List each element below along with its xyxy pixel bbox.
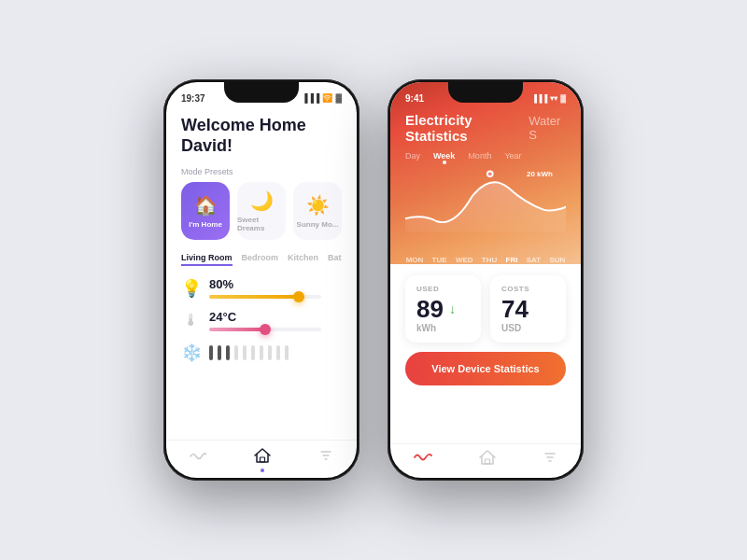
rooms-nav: Living Room Bedroom Kitchen Bathroom bbox=[181, 253, 342, 266]
chart-peak-label: 20 kWh bbox=[527, 170, 553, 178]
light-slider-thumb[interactable] bbox=[293, 291, 304, 302]
phone2-status-icons: ▐▐▐ ▾▾ ▓ bbox=[531, 94, 566, 103]
ac-dot-3[interactable] bbox=[226, 345, 230, 360]
wifi-icon: 🛜 bbox=[322, 93, 332, 103]
room-living-room[interactable]: Living Room bbox=[181, 253, 233, 266]
preset-im-home-label: I'm Home bbox=[189, 220, 222, 229]
used-value-row: 89 ↓ bbox=[416, 297, 470, 321]
preset-sunny-morning[interactable]: ☀️ Sunny Mo... bbox=[293, 182, 342, 240]
phone2-nav-settings[interactable] bbox=[543, 450, 557, 469]
day-sun[interactable]: SUN bbox=[549, 256, 565, 264]
light-slider-fill bbox=[209, 295, 299, 299]
phone2-nav-activity[interactable] bbox=[414, 451, 432, 468]
preset-sweet-dreams[interactable]: 🌙 Sweet Dreams bbox=[237, 182, 286, 240]
phone1-time: 19:37 bbox=[181, 93, 205, 104]
p2-signal-icon: ▐▐▐ bbox=[531, 94, 547, 103]
phone1-bottom-nav bbox=[166, 440, 357, 478]
sun-preset-icon: ☀️ bbox=[306, 194, 330, 217]
phone2-nav-home[interactable] bbox=[479, 450, 496, 469]
phone1-screen: 19:37 ▐▐▐ 🛜 ▓ Welcome Home David! Mode P… bbox=[166, 82, 357, 478]
phone1-nav-home[interactable] bbox=[254, 448, 271, 467]
temp-slider[interactable] bbox=[209, 328, 321, 331]
phone1-nav-home-dot bbox=[261, 469, 264, 472]
days-row: MON TUE WED THU FRI SAT SUN bbox=[390, 252, 581, 264]
ac-dot-5[interactable] bbox=[243, 345, 247, 360]
phone1-notch bbox=[224, 82, 299, 103]
used-label: USED bbox=[416, 285, 470, 293]
svg-point-4 bbox=[488, 172, 492, 175]
view-device-statistics-button[interactable]: View Device Statistics bbox=[405, 352, 566, 385]
phone2-bottom-nav bbox=[390, 443, 581, 478]
phone2: 9:41 ▐▐▐ ▾▾ ▓ Electricity Statistics Wat… bbox=[388, 79, 584, 481]
ac-dot-8[interactable] bbox=[268, 345, 272, 360]
time-tab-day[interactable]: Day bbox=[405, 151, 420, 161]
stats-title-row: Electricity Statistics Water S bbox=[390, 108, 581, 151]
phone2-screen: 9:41 ▐▐▐ ▾▾ ▓ Electricity Statistics Wat… bbox=[390, 82, 581, 478]
stats-sub-title: Water S bbox=[529, 114, 566, 142]
ac-control: ❄️ bbox=[181, 343, 342, 363]
preset-sunny-label: Sunny Mo... bbox=[297, 220, 339, 229]
moon-preset-icon: 🌙 bbox=[250, 189, 274, 212]
preset-sweet-dreams-label: Sweet Dreams bbox=[237, 216, 286, 232]
welcome-title: Welcome Home David! bbox=[181, 116, 342, 156]
phone1: 19:37 ▐▐▐ 🛜 ▓ Welcome Home David! Mode P… bbox=[163, 79, 359, 481]
costs-unit: USD bbox=[501, 323, 555, 333]
ac-dot-4[interactable] bbox=[234, 345, 238, 360]
home-preset-icon: 🏠 bbox=[194, 194, 218, 217]
signal-icon: ▐▐▐ bbox=[302, 93, 319, 103]
room-bedroom[interactable]: Bedroom bbox=[242, 253, 279, 266]
temp-slider-thumb[interactable] bbox=[260, 324, 271, 335]
light-value: 80% bbox=[209, 277, 342, 291]
temp-info: 24°C bbox=[209, 310, 342, 331]
day-sat[interactable]: SAT bbox=[527, 256, 541, 264]
presets-row: 🏠 I'm Home 🌙 Sweet Dreams ☀️ Sunny Mo... bbox=[181, 182, 342, 240]
light-info: 80% bbox=[209, 277, 342, 299]
light-icon: 💡 bbox=[181, 278, 202, 299]
ac-dots bbox=[209, 345, 289, 360]
p2-battery-icon: ▓ bbox=[560, 94, 566, 103]
costs-label: COSTS bbox=[501, 285, 555, 293]
p2-wifi-icon: ▾▾ bbox=[550, 94, 557, 103]
stat-card-used: USED 89 ↓ kWh bbox=[405, 275, 481, 343]
day-mon[interactable]: MON bbox=[406, 256, 424, 264]
temp-control: 🌡 24°C bbox=[181, 310, 342, 331]
stats-main-title: Electricity Statistics bbox=[405, 112, 519, 144]
costs-value-row: 74 bbox=[501, 297, 555, 321]
chart-area: 20 kWh bbox=[390, 168, 581, 252]
day-tue[interactable]: TUE bbox=[432, 256, 447, 264]
stats-bottom: USED 89 ↓ kWh COSTS 74 bbox=[390, 264, 581, 443]
ac-dot-2[interactable] bbox=[218, 345, 221, 360]
time-tab-month[interactable]: Month bbox=[468, 151, 491, 161]
ac-dot-6[interactable] bbox=[251, 345, 255, 360]
ac-dot-9[interactable] bbox=[276, 345, 280, 360]
stats-header: 9:41 ▐▐▐ ▾▾ ▓ Electricity Statistics Wat… bbox=[390, 82, 581, 264]
day-thu[interactable]: THU bbox=[482, 256, 497, 264]
ac-icon: ❄️ bbox=[181, 343, 202, 363]
time-tab-year[interactable]: Year bbox=[504, 151, 521, 161]
preset-im-home[interactable]: 🏠 I'm Home bbox=[181, 182, 230, 240]
phone2-notch bbox=[448, 82, 523, 103]
used-value: 89 bbox=[416, 297, 444, 321]
day-fri[interactable]: FRI bbox=[506, 256, 518, 264]
ac-dot-7[interactable] bbox=[260, 345, 263, 360]
room-kitchen[interactable]: Kitchen bbox=[288, 253, 318, 266]
stats-cards: USED 89 ↓ kWh COSTS 74 bbox=[405, 275, 566, 343]
battery-icon: ▓ bbox=[335, 93, 342, 103]
costs-value: 74 bbox=[501, 297, 529, 321]
stat-card-costs: COSTS 74 USD bbox=[490, 275, 566, 343]
phones-container: 19:37 ▐▐▐ 🛜 ▓ Welcome Home David! Mode P… bbox=[163, 79, 584, 481]
light-control: 💡 80% bbox=[181, 277, 342, 299]
light-slider[interactable] bbox=[209, 295, 321, 299]
temp-icon: 🌡 bbox=[181, 311, 202, 330]
day-wed[interactable]: WED bbox=[456, 256, 473, 264]
phone1-nav-settings[interactable] bbox=[318, 448, 333, 467]
room-bathroom[interactable]: Bathroom bbox=[328, 253, 342, 266]
ac-dot-1[interactable] bbox=[209, 345, 213, 360]
phone1-nav-activity[interactable] bbox=[190, 449, 206, 466]
time-tab-week[interactable]: Week bbox=[433, 151, 455, 161]
down-arrow-icon: ↓ bbox=[449, 301, 456, 316]
temp-slider-fill bbox=[209, 328, 265, 331]
ac-dot-10[interactable] bbox=[285, 345, 289, 360]
phone2-time: 9:41 bbox=[405, 93, 424, 104]
phone1-status-icons: ▐▐▐ 🛜 ▓ bbox=[302, 93, 342, 103]
